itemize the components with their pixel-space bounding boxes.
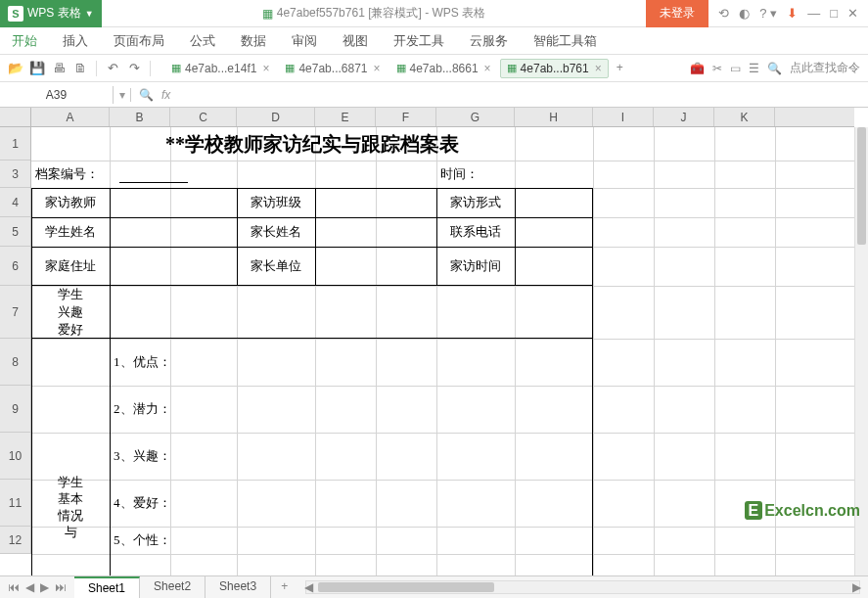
col-header-G[interactable]: G	[436, 108, 515, 126]
fx-search-icon[interactable]: 🔍	[139, 88, 154, 102]
col-header-J[interactable]: J	[654, 108, 714, 126]
sheet-tab-2[interactable]: Sheet2	[140, 576, 206, 598]
row-header-1[interactable]: 1	[0, 127, 30, 161]
open-icon[interactable]: 📂	[8, 61, 23, 76]
row-header-6[interactable]: 6	[0, 247, 30, 286]
sheet-last-icon[interactable]: ⏭	[53, 580, 69, 594]
cell[interactable]: 家访教师	[31, 188, 110, 217]
cell[interactable]: 1、优点：	[110, 339, 376, 386]
horizontal-scrollbar[interactable]: ◀ ▶	[305, 580, 860, 594]
cell[interactable]: 5、个性：	[110, 527, 376, 554]
vertical-scrollbar[interactable]	[854, 127, 868, 575]
preview-icon[interactable]: 🗎	[72, 61, 88, 76]
cell[interactable]: 联系电话	[436, 217, 515, 247]
row-header-3[interactable]: 3	[0, 161, 30, 188]
col-header-B[interactable]: B	[110, 108, 170, 126]
scroll-left-icon[interactable]: ◀	[304, 580, 313, 594]
cell[interactable]: 家长姓名	[237, 217, 315, 247]
minimize-button[interactable]: —	[807, 6, 820, 21]
cell[interactable]: 家长单位	[237, 247, 315, 286]
col-header-I[interactable]: I	[593, 108, 654, 126]
menu-review[interactable]: 审阅	[292, 32, 317, 50]
menu-cloud[interactable]: 云服务	[470, 32, 508, 50]
row-header-9[interactable]: 9	[0, 386, 30, 433]
add-sheet-button[interactable]: +	[271, 576, 297, 598]
sheet-tab-1[interactable]: Sheet1	[74, 576, 140, 598]
menu-pagelayout[interactable]: 页面布局	[114, 32, 164, 50]
col-header-H[interactable]: H	[515, 108, 593, 126]
row-header-12[interactable]: 12	[0, 527, 30, 554]
close-icon[interactable]: ×	[374, 62, 381, 75]
cell[interactable]: 3、兴趣：	[110, 433, 376, 480]
toolkit-icon[interactable]: 🧰	[690, 62, 705, 75]
col-header-F[interactable]: F	[376, 108, 436, 126]
redo-icon[interactable]: ↷	[126, 61, 142, 76]
row-header-7[interactable]: 7	[0, 286, 30, 339]
pin-icon[interactable]: ⬇	[787, 6, 798, 21]
cell[interactable]: 4、爱好：	[110, 480, 376, 527]
cell[interactable]: 家访时间	[436, 247, 515, 286]
menu-insert[interactable]: 插入	[63, 32, 88, 50]
scrollbar-thumb[interactable]	[318, 582, 494, 592]
save-icon[interactable]: 💾	[29, 61, 45, 76]
login-button[interactable]: 未登录	[646, 0, 708, 27]
column-headers[interactable]: ABCDEFGHIJK	[31, 108, 854, 127]
doctab-1[interactable]: ▦4e7ab...6871×	[278, 59, 387, 78]
new-tab-button[interactable]: +	[611, 59, 629, 78]
row-header-10[interactable]: 10	[0, 433, 30, 480]
spreadsheet-grid[interactable]: ABCDEFGHIJK 13456789101112 **学校教师家访纪实与跟踪…	[0, 108, 868, 575]
window-icon[interactable]: ▭	[730, 62, 741, 75]
cell[interactable]: **学校教师家访纪实与跟踪档案表	[31, 127, 593, 161]
menu-start[interactable]: 开始	[12, 32, 37, 50]
screenshot-icon[interactable]: ✂	[712, 62, 722, 75]
cell[interactable]: 学生姓名	[31, 217, 110, 247]
menu-devtools[interactable]: 开发工具	[393, 32, 444, 50]
col-header-K[interactable]: K	[714, 108, 775, 126]
name-box-dropdown-icon[interactable]: ▾	[114, 88, 131, 102]
close-icon[interactable]: ×	[484, 62, 491, 75]
row-header-5[interactable]: 5	[0, 217, 30, 247]
sheet-tab-3[interactable]: Sheet3	[206, 576, 271, 598]
name-box[interactable]: A39	[0, 86, 114, 104]
col-header-A[interactable]: A	[31, 108, 110, 126]
col-header-D[interactable]: D	[237, 108, 315, 126]
undo-icon[interactable]: ↶	[105, 61, 120, 76]
cell[interactable]: 家访形式	[436, 188, 515, 217]
row-header-8[interactable]: 8	[0, 339, 30, 386]
cell[interactable]: 时间：	[436, 161, 593, 188]
row-header-4[interactable]: 4	[0, 188, 30, 217]
cell[interactable]: 家庭住址	[31, 247, 110, 286]
fx-icon[interactable]: fx	[161, 88, 170, 102]
print-icon[interactable]: 🖶	[51, 61, 67, 76]
menu-smarttools[interactable]: 智能工具箱	[533, 32, 597, 50]
close-icon[interactable]: ×	[595, 62, 602, 75]
doctab-0[interactable]: ▦4e7ab...e14f1×	[164, 59, 276, 78]
cell[interactable]: 档案编号：	[31, 161, 170, 188]
maximize-button[interactable]: □	[830, 6, 838, 21]
app-menu-dropdown-icon[interactable]: ▼	[85, 9, 94, 19]
sync-icon[interactable]: ⟲	[718, 6, 729, 21]
menu-data[interactable]: 数据	[241, 32, 266, 50]
cell[interactable]: 家访班级	[237, 188, 315, 217]
search-command-hint[interactable]: 点此查找命令	[790, 60, 860, 76]
doctab-2[interactable]: ▦4e7ab...8661×	[389, 59, 498, 78]
scroll-right-icon[interactable]: ▶	[852, 580, 861, 594]
cloud-icon[interactable]: ☰	[749, 62, 759, 75]
cell[interactable]: 学生 基本 情况 与	[31, 433, 110, 575]
sheet-first-icon[interactable]: ⏮	[6, 580, 22, 594]
close-button[interactable]: ✕	[847, 6, 858, 21]
sheet-next-icon[interactable]: ▶	[38, 580, 51, 594]
close-icon[interactable]: ×	[262, 62, 269, 75]
col-header-C[interactable]: C	[170, 108, 237, 126]
row-header-11[interactable]: 11	[0, 480, 30, 527]
skin-icon[interactable]: ◐	[739, 6, 750, 21]
select-all-corner[interactable]	[0, 108, 31, 127]
doctab-3[interactable]: ▦4e7ab...b761×	[500, 59, 609, 78]
row-headers[interactable]: 13456789101112	[0, 127, 31, 554]
sheet-prev-icon[interactable]: ◀	[23, 580, 36, 594]
col-header-E[interactable]: E	[315, 108, 376, 126]
menu-view[interactable]: 视图	[343, 32, 368, 50]
cell[interactable]: 学生 兴趣 爱好	[31, 286, 110, 339]
menu-formula[interactable]: 公式	[190, 32, 215, 50]
scrollbar-thumb[interactable]	[857, 127, 866, 245]
